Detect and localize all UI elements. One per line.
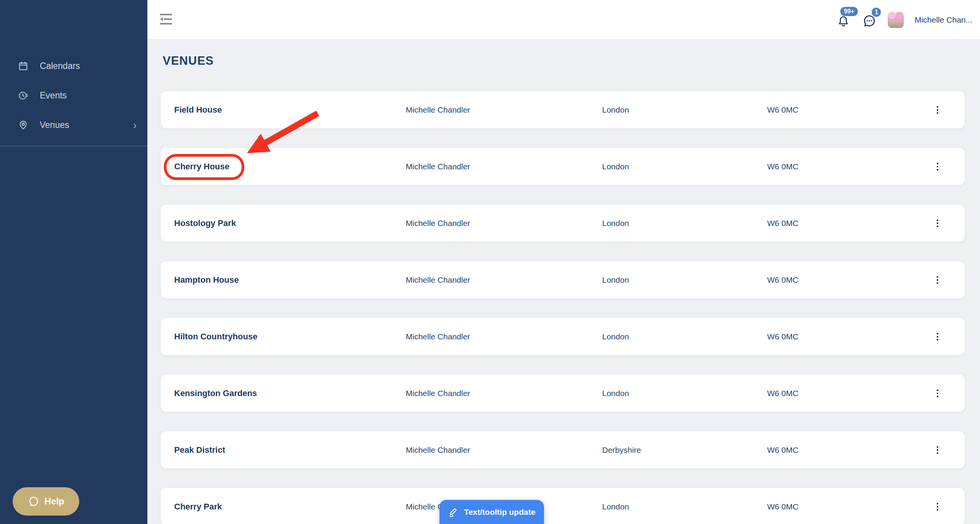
venue-manager: Michelle Chandler — [406, 332, 602, 341]
sidebar-item-label: Calendars — [40, 61, 80, 71]
venue-city: London — [602, 389, 767, 398]
venue-row[interactable]: Kensington Gardens Michelle Chandler Lon… — [161, 375, 965, 412]
venue-name: Hampton House — [174, 275, 406, 285]
sidebar-item-label: Venues — [40, 120, 69, 130]
venue-manager: Michelle Chandler — [406, 105, 602, 115]
chevron-right-icon[interactable]: › — [133, 119, 137, 131]
venue-city: London — [602, 219, 767, 228]
notifications-button[interactable]: 99+ — [836, 11, 851, 28]
sidebar-divider — [0, 146, 147, 146]
row-menu-button[interactable] — [933, 387, 942, 400]
venue-name: Kensington Gardens — [174, 388, 406, 398]
venues-list: Field House Michelle Chandler London W6 … — [161, 91, 965, 524]
main-content: VENUES Field House Michelle Chandler Lon… — [147, 39, 980, 524]
venue-city: London — [602, 275, 767, 285]
venue-city: London — [602, 332, 767, 341]
sidebar-item-venues[interactable]: Venues › — [0, 110, 147, 140]
sidebar-item-calendars[interactable]: Calendars — [0, 51, 147, 81]
row-menu-button[interactable] — [933, 500, 942, 513]
venue-name: Hilton Countryhouse — [174, 332, 406, 342]
sidebar-item-events[interactable]: Events — [0, 81, 147, 110]
venue-name: Peak District — [174, 445, 406, 455]
venue-city: Derbyshire — [602, 445, 767, 455]
venue-manager: Michelle Chandler — [406, 445, 602, 455]
venue-name: Field House — [174, 105, 406, 115]
calendar-icon — [18, 61, 28, 72]
row-menu-button[interactable] — [933, 444, 942, 457]
notifications-badge: 99+ — [840, 7, 858, 16]
sidebar-item-label: Events — [40, 90, 67, 101]
row-menu-button[interactable] — [933, 103, 942, 116]
sidebar-collapse-icon[interactable] — [160, 14, 172, 25]
venue-manager: Michelle Chandler — [406, 389, 602, 398]
messages-badge: 1 — [871, 7, 882, 18]
venue-manager: Michelle Chandler — [406, 219, 602, 228]
venue-row[interactable]: Hampton House Michelle Chandler London W… — [161, 261, 965, 298]
venue-row[interactable]: Cherry Park Michelle Chandler London W6 … — [161, 488, 965, 524]
venue-city: London — [602, 502, 767, 511]
text-tooltip-update-button[interactable]: Text/tooltip update — [439, 500, 544, 524]
topbar: 99+ 1 Michelle Chan... — [147, 0, 980, 39]
user-name[interactable]: Michelle Chan... — [915, 15, 972, 25]
map-pin-icon — [18, 120, 28, 131]
page-title: VENUES — [163, 54, 214, 68]
messages-button[interactable]: 1 — [862, 11, 877, 28]
row-menu-button[interactable] — [933, 160, 942, 173]
venue-row[interactable]: Cherry House Michelle Chandler London W6… — [161, 148, 965, 185]
venue-manager: Michelle Chandler — [406, 275, 602, 285]
sidebar-nav: Calendars Events Venues › — [0, 51, 147, 140]
venue-manager: Michelle Chandler — [406, 162, 602, 171]
help-label: Help — [44, 496, 64, 507]
clock-icon — [18, 90, 28, 101]
help-button[interactable]: Help — [13, 487, 79, 516]
venue-row[interactable]: Hilton Countryhouse Michelle Chandler Lo… — [161, 318, 965, 355]
venue-row[interactable]: Peak District Michelle Chandler Derbyshi… — [161, 431, 965, 468]
help-chat-icon — [28, 495, 40, 508]
venue-row[interactable]: Hostology Park Michelle Chandler London … — [161, 205, 965, 242]
user-avatar[interactable] — [888, 12, 904, 28]
row-menu-button[interactable] — [933, 330, 942, 343]
pencil-icon — [448, 506, 459, 518]
venue-city: London — [602, 162, 767, 171]
venue-city: London — [602, 105, 767, 115]
venue-name: Hostology Park — [174, 218, 406, 228]
sidebar: Calendars Events Venues › — [0, 0, 147, 524]
row-menu-button[interactable] — [933, 217, 942, 230]
venue-name: Cherry House — [174, 162, 406, 172]
row-menu-button[interactable] — [933, 273, 942, 287]
venue-row[interactable]: Field House Michelle Chandler London W6 … — [161, 91, 965, 128]
tooltip-button-label: Text/tooltip update — [464, 506, 535, 518]
topbar-right: 99+ 1 Michelle Chan... — [836, 0, 972, 39]
venue-name: Cherry Park — [174, 502, 406, 512]
